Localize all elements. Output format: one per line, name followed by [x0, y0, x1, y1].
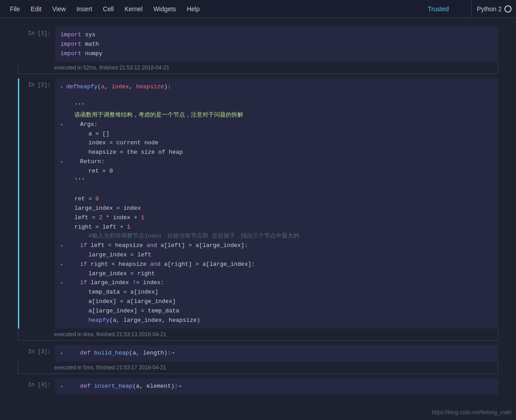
menu-help[interactable]: Help [181, 0, 205, 18]
cell-3-output: executed in 5ms, finished 21:53:17 2018-… [18, 362, 498, 374]
kernel-name: Python 2 [477, 5, 502, 13]
cell-4: In [4]: ▸ def insert_heap(a, element):⇢ [18, 378, 498, 395]
cell-1-label: In [1]: [19, 27, 55, 62]
menu-edit[interactable]: Edit [26, 0, 47, 18]
menu-view[interactable]: View [47, 0, 71, 18]
menu-kernel[interactable]: Kernel [119, 0, 148, 18]
cell-3-code: ▸ def build_heap(a, length):⇢ [60, 349, 493, 358]
cell-1-output: executed in 52ms, finished 21:53:12 2018… [18, 62, 498, 74]
menu-widgets[interactable]: Widgets [148, 0, 181, 18]
cell-4-label: In [4]: [19, 378, 55, 395]
fold-arrow-1[interactable]: ▸ [60, 83, 64, 91]
cell-1-code: import sys import math import numpy [60, 30, 493, 58]
cell-2-label: In [2]: [19, 78, 55, 329]
kernel-status-circle [504, 5, 512, 13]
fold-arrow-8[interactable]: ▸ [60, 383, 64, 391]
fold-arrow-7[interactable]: ▸ [60, 350, 64, 358]
kernel-indicator: Python 2 [471, 0, 512, 18]
cell-2-output: executed in 8ms, finished 21:53:13 2018-… [18, 329, 498, 341]
cell-3-content[interactable]: ▸ def build_heap(a, length):⇢ [55, 345, 498, 362]
cell-4-code: ▸ def insert_heap(a, element):⇢ [60, 382, 493, 391]
menubar: File Edit View Insert Cell Kernel Widget… [0, 0, 516, 18]
cell-2-wrapper: In [2]: ▸def heapfy(a, index, heapsize):… [18, 78, 498, 341]
cell-1-content[interactable]: import sys import math import numpy [55, 27, 498, 62]
fold-arrow-2[interactable]: ▸ [60, 121, 64, 129]
menu-file[interactable]: File [4, 0, 26, 18]
cell-2-code: ▸def heapfy(a, index, heapsize): ''' 该函数… [60, 82, 493, 325]
fold-arrow-6[interactable]: ▸ [60, 279, 64, 287]
menu-cell[interactable]: Cell [98, 0, 119, 18]
fold-arrow-5[interactable]: ▸ [60, 261, 64, 269]
cell-3: In [3]: ▸ def build_heap(a, length):⇢ [18, 345, 498, 362]
cell-2: In [2]: ▸def heapfy(a, index, heapsize):… [18, 78, 498, 329]
fold-arrow-4[interactable]: ▸ [60, 242, 64, 250]
cell-4-content[interactable]: ▸ def insert_heap(a, element):⇢ [55, 378, 498, 395]
cell-3-wrapper: In [3]: ▸ def build_heap(a, length):⇢ ex… [18, 345, 498, 374]
cell-2-content[interactable]: ▸def heapfy(a, index, heapsize): ''' 该函数… [55, 78, 498, 329]
notebook: In [1]: import sys import math import nu… [0, 18, 516, 404]
menu-insert[interactable]: Insert [71, 0, 98, 18]
cell-3-label: In [3]: [19, 345, 55, 362]
fold-arrow-3[interactable]: ▸ [60, 158, 64, 166]
trusted-badge[interactable]: Trusted [428, 5, 449, 13]
cell-4-wrapper: In [4]: ▸ def insert_heap(a, element):⇢ [18, 378, 498, 395]
cell-1: In [1]: import sys import math import nu… [18, 27, 498, 62]
watermark: https://blog.csdn.net/feilong_csdn [432, 409, 512, 416]
